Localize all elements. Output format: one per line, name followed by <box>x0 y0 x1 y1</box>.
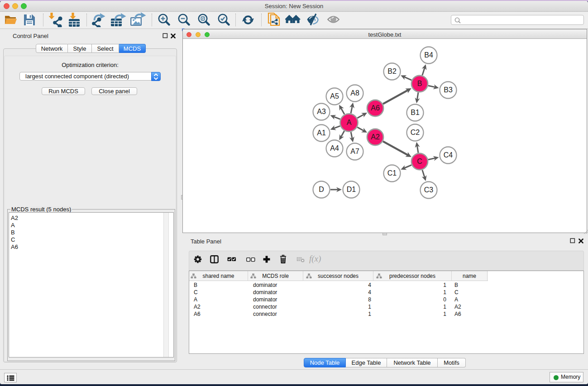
svg-text:A2: A2 <box>371 133 380 141</box>
svg-text:D: D <box>319 186 324 193</box>
svg-text:A3: A3 <box>317 108 326 115</box>
svg-text:C3: C3 <box>424 186 434 194</box>
svg-text:A1: A1 <box>317 129 326 137</box>
svg-text:B2: B2 <box>387 67 397 75</box>
svg-text:C: C <box>417 157 422 165</box>
svg-text:C4: C4 <box>444 151 453 159</box>
svg-text:A5: A5 <box>330 92 339 100</box>
svg-text:C1: C1 <box>387 169 397 177</box>
svg-text:B1: B1 <box>411 109 420 116</box>
svg-text:A: A <box>347 119 352 126</box>
svg-text:A7: A7 <box>350 148 359 155</box>
svg-text:C2: C2 <box>411 129 420 136</box>
svg-text:B3: B3 <box>444 86 453 94</box>
svg-text:B4: B4 <box>424 51 433 59</box>
svg-text:A4: A4 <box>330 144 339 152</box>
svg-text:B: B <box>417 80 422 87</box>
svg-text:D1: D1 <box>347 186 356 193</box>
svg-text:A6: A6 <box>371 104 380 112</box>
svg-text:A8: A8 <box>350 89 359 97</box>
